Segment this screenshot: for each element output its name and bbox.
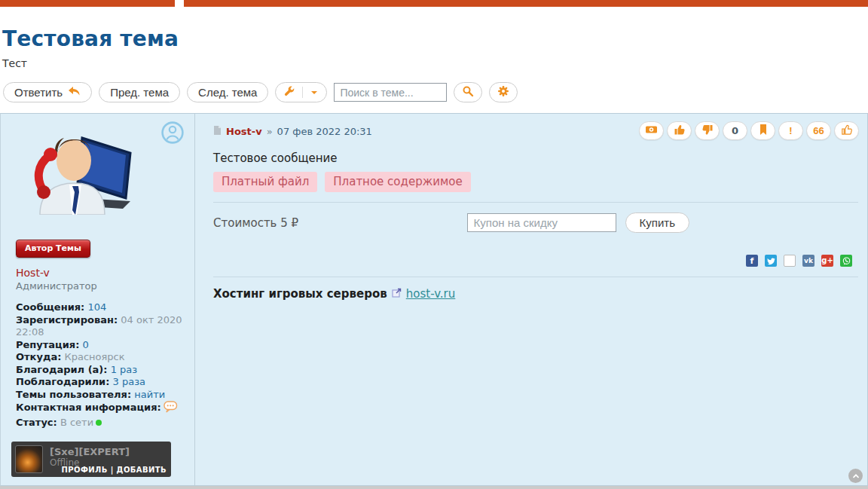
poster-profile-sidebar: Автор Темы Host-v Администратор Сообщени… — [1, 114, 195, 485]
search-input[interactable] — [334, 83, 447, 102]
posts-count-link[interactable]: 104 — [87, 301, 106, 313]
find-topics-link[interactable]: найти — [134, 389, 165, 400]
signature-link[interactable]: host-v.ru — [406, 287, 456, 301]
poster-role: Администратор — [16, 280, 185, 292]
price-divider — [213, 202, 858, 203]
post-separator: » — [267, 126, 273, 137]
post-date: 07 фев 2022 20:31 — [277, 126, 372, 137]
topic-toolbar: Ответить Пред. тема След. тема — [3, 82, 868, 102]
poster-stats: Сообщения: 104 Зарегистрирован: 04 окт 2… — [16, 301, 188, 429]
social-share-row: f vk g+ — [213, 255, 852, 267]
signature: Хостинг игровых серверов host-v.ru — [213, 287, 858, 301]
search-icon — [462, 85, 474, 99]
stat-reputation: Репутация: 0 — [16, 339, 188, 352]
poster-username[interactable]: Host-v — [16, 267, 185, 279]
stat-registered: Зарегистрирован: 04 окт 2020 22:08 — [16, 314, 188, 339]
signature-divider — [213, 277, 858, 277]
stat-location: Откуда: Красноярск — [16, 351, 188, 364]
server-links: профиль | добавить — [62, 466, 167, 474]
prev-topic-button[interactable]: Пред. тема — [99, 82, 180, 102]
post-doc-icon — [213, 125, 222, 138]
game-server-widget: [Sxe][EXPERT] Offline профиль | добавить — [11, 442, 171, 477]
quote-button[interactable]: 66 — [806, 121, 831, 140]
server-add-link[interactable]: добавить — [117, 466, 167, 474]
avatar[interactable] — [16, 123, 140, 215]
money-icon — [645, 124, 658, 138]
report-button[interactable]: ! — [778, 121, 803, 140]
vk-icon[interactable]: vk — [802, 255, 815, 267]
googleplus-icon[interactable]: g+ — [821, 255, 833, 267]
next-topic-label: След. тема — [198, 86, 257, 99]
exclamation-icon: ! — [789, 125, 792, 136]
purchase-row: Стоимость 5 ₽ Купить — [213, 212, 858, 233]
topic-author-badge[interactable]: Автор Темы — [16, 240, 90, 258]
thanks-button[interactable] — [834, 121, 859, 140]
server-thumbnail — [15, 445, 43, 473]
caret-down-icon — [310, 86, 319, 99]
like-button[interactable] — [667, 121, 692, 140]
stat-thanked-given: Благодарил (а): 1 раз — [16, 364, 188, 377]
thanks-given-link[interactable]: 1 раз — [111, 364, 138, 375]
wrench-icon — [283, 85, 295, 99]
paid-badges: Платный файл Платное содержимое — [213, 172, 858, 192]
reply-button[interactable]: Ответить — [3, 82, 92, 102]
rating-counter: 0 — [723, 121, 747, 140]
contact-message-icon[interactable] — [164, 404, 178, 415]
dislike-button[interactable] — [695, 121, 720, 140]
post-body: Host-v » 07 фев 2022 20:31 0 ! 66 — [195, 114, 867, 485]
post-message: Тестовое сообщение — [213, 151, 858, 165]
search-button[interactable] — [454, 82, 482, 102]
settings-button[interactable] — [489, 82, 518, 102]
thanks-received-link[interactable]: 3 раза — [113, 376, 146, 387]
donate-button[interactable] — [639, 121, 664, 140]
toolbar-divider — [302, 87, 303, 98]
prev-topic-label: Пред. тема — [110, 86, 169, 99]
thumb-down-icon — [701, 124, 714, 138]
coupon-input[interactable] — [467, 213, 616, 232]
delicious-icon[interactable] — [784, 255, 796, 267]
stat-contact: Контактная информация: — [16, 401, 188, 417]
twitter-icon[interactable] — [765, 255, 777, 267]
reply-button-label: Ответить — [14, 86, 63, 99]
page-subtitle: Тест — [2, 57, 868, 69]
paid-file-badge: Платный файл — [213, 172, 317, 192]
post-panel: Автор Темы Host-v Администратор Сообщени… — [0, 113, 868, 486]
whatsapp-icon[interactable] — [840, 255, 852, 267]
thumb-up-icon — [674, 124, 686, 138]
stat-posts: Сообщения: 104 — [16, 301, 188, 314]
scroll-to-top-button[interactable] — [848, 469, 863, 483]
top-accent-bar — [0, 0, 868, 7]
server-name: [Sxe][EXPERT] — [50, 445, 167, 457]
post-author-link[interactable]: Host-v — [226, 126, 262, 137]
thumb-up-outline-icon — [841, 124, 853, 138]
post-action-row: 0 ! 66 — [639, 121, 859, 140]
next-topic-button[interactable]: След. тема — [187, 82, 268, 102]
stat-status: Статус: В сети — [16, 417, 188, 429]
top-bar-gap — [175, 0, 184, 7]
facebook-icon[interactable]: f — [746, 255, 758, 267]
external-link-icon — [392, 287, 402, 301]
bookmark-icon — [758, 124, 769, 138]
signature-text: Хостинг игровых серверов — [213, 287, 387, 301]
bookmark-button[interactable] — [750, 121, 775, 140]
stat-thanked-received: Поблагодарили: 3 раза — [16, 376, 188, 389]
paid-content-badge: Платное содержимое — [325, 172, 470, 192]
gear-icon — [497, 85, 509, 99]
page-title: Тестовая тема — [2, 26, 868, 51]
reputation-link[interactable]: 0 — [83, 339, 89, 350]
price-label: Стоимость 5 ₽ — [213, 216, 298, 230]
buy-button[interactable]: Купить — [625, 212, 689, 233]
server-profile-link[interactable]: профиль — [62, 466, 108, 474]
server-links-separator: | — [111, 466, 114, 474]
stat-user-topics: Темы пользователя: найти — [16, 389, 188, 402]
user-profile-icon[interactable] — [160, 121, 185, 145]
reply-arrow-icon — [68, 86, 81, 99]
online-status-dot — [96, 420, 102, 426]
topic-tools-button[interactable] — [275, 82, 327, 102]
quote-icon: 66 — [813, 125, 824, 136]
